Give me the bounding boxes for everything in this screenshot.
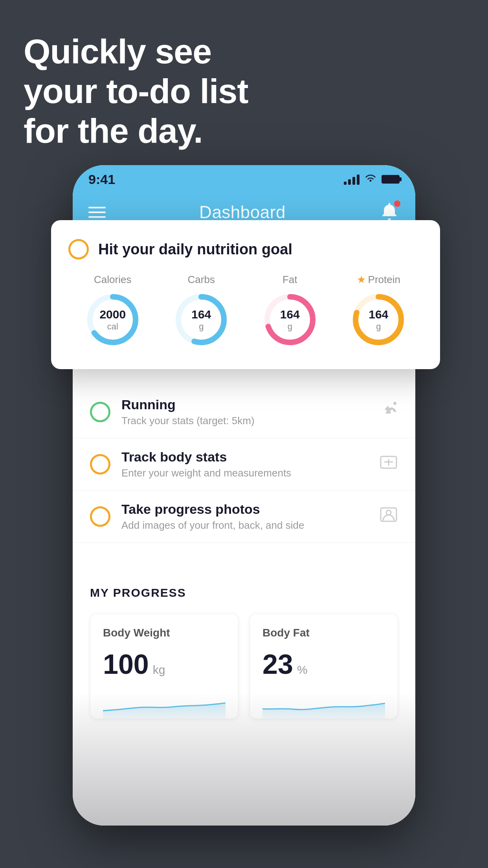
protein-donut: 164 g [349, 291, 407, 349]
nutrition-fat: Fat 164 g [261, 274, 319, 349]
progress-fat-unit: % [297, 663, 308, 677]
status-time: 9:41 [88, 172, 115, 187]
headline: Quickly see your to-do list for the day. [24, 31, 248, 151]
notification-dot [394, 200, 400, 207]
protein-value: 164 [369, 307, 388, 322]
todo-item-photos[interactable]: Take progress photos Add images of your … [73, 491, 415, 543]
calories-donut: 2000 cal [84, 291, 142, 349]
wifi-icon [364, 173, 377, 186]
progress-card-weight-title: Body Weight [103, 627, 226, 639]
progress-card-fat[interactable]: Body Fat 23 % [250, 614, 398, 719]
nutrition-calories: Calories 2000 cal [84, 274, 142, 349]
todo-list: Running Track your stats (target: 5km) T… [73, 386, 415, 543]
fat-sparkline [262, 691, 385, 719]
signal-icon [344, 174, 360, 185]
svg-point-2 [386, 510, 391, 515]
status-icons [344, 173, 400, 186]
todo-check-photos[interactable] [90, 506, 110, 527]
carbs-donut: 164 g [172, 291, 230, 349]
progress-cards: Body Weight 100 kg [90, 614, 398, 719]
progress-weight-unit: kg [153, 663, 165, 677]
fat-value: 164 [280, 307, 300, 322]
progress-card-fat-title: Body Fat [262, 627, 385, 639]
fat-unit: g [280, 322, 300, 332]
headline-line3: for the day. [24, 111, 203, 150]
todo-check-body-stats[interactable] [90, 454, 110, 474]
star-icon: ★ [357, 274, 366, 286]
todo-check-running[interactable] [90, 402, 110, 422]
todo-subtitle-body-stats: Enter your weight and measurements [121, 467, 368, 479]
calories-value: 2000 [99, 307, 126, 322]
protein-label: Protein [368, 274, 400, 286]
scale-icon [379, 454, 398, 474]
calories-unit: cal [99, 322, 126, 332]
todo-item-body-stats[interactable]: Track body stats Enter your weight and m… [73, 438, 415, 491]
progress-card-weight[interactable]: Body Weight 100 kg [90, 614, 238, 719]
progress-section: MY PROGRESS Body Weight 100 kg [73, 566, 415, 735]
todo-subtitle-running: Track your stats (target: 5km) [121, 415, 368, 427]
todo-title-photos: Take progress photos [121, 502, 368, 517]
weight-sparkline [103, 691, 226, 719]
fat-donut: 164 g [261, 291, 319, 349]
carbs-label: Carbs [188, 274, 215, 286]
carbs-value: 164 [191, 307, 211, 322]
person-icon [379, 506, 398, 527]
headline-line2: your to-do list [24, 72, 248, 110]
protein-unit: g [369, 322, 388, 332]
nutrition-circles: Calories 2000 cal Carbs [68, 274, 423, 349]
nutrition-card: Hit your daily nutrition goal Calories 2… [51, 220, 440, 369]
running-icon [379, 402, 398, 422]
status-bar: 9:41 [73, 165, 415, 193]
hamburger-menu[interactable] [88, 207, 106, 218]
battery-icon [382, 175, 400, 184]
progress-weight-value: 100 [103, 649, 149, 680]
nav-title: Dashboard [199, 202, 286, 222]
calories-label: Calories [94, 274, 131, 286]
todo-item-running[interactable]: Running Track your stats (target: 5km) [73, 386, 415, 438]
headline-line1: Quickly see [24, 32, 211, 71]
nutrition-check-circle[interactable] [68, 239, 89, 259]
nutrition-card-title: Hit your daily nutrition goal [98, 241, 292, 258]
nutrition-carbs: Carbs 164 g [172, 274, 230, 349]
fat-label: Fat [283, 274, 297, 286]
todo-subtitle-photos: Add images of your front, back, and side [121, 519, 368, 531]
progress-fat-value: 23 [262, 649, 293, 680]
carbs-unit: g [191, 322, 211, 332]
progress-title: MY PROGRESS [90, 586, 398, 600]
todo-title-running: Running [121, 397, 368, 412]
nutrition-protein: ★ Protein 164 g [349, 274, 407, 349]
todo-title-body-stats: Track body stats [121, 449, 368, 465]
